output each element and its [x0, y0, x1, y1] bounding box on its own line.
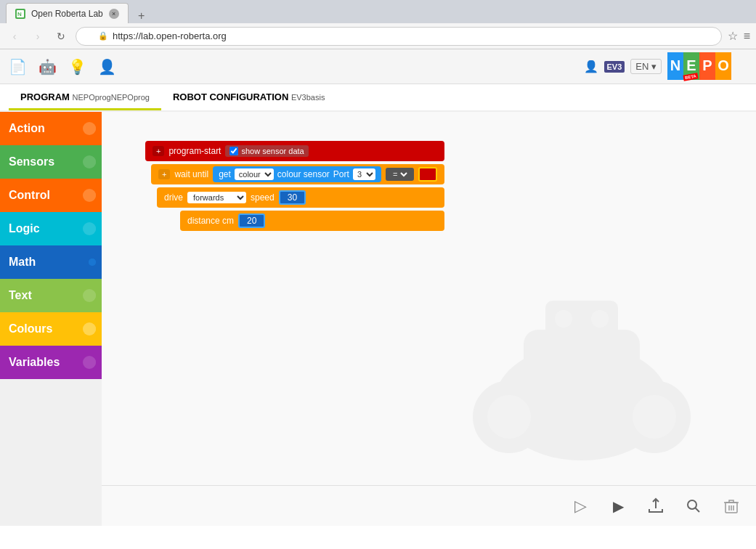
sidebar-text-dot	[84, 290, 96, 301]
port-dropdown[interactable]: 3 1 2 4	[353, 168, 375, 180]
tab-close-button[interactable]: ×	[109, 9, 119, 19]
browser-chrome: N Open Roberta Lab × + ‹ › ↻ 🔒 https://l…	[0, 0, 756, 49]
get-label: get	[219, 169, 231, 179]
play-outline-button[interactable]: ▷	[567, 493, 593, 519]
tab-bar: N Open Roberta Lab × +	[0, 0, 756, 23]
sidebar-item-variables[interactable]: Variables	[0, 346, 102, 379]
forward-button[interactable]: ›	[29, 28, 46, 45]
get-block[interactable]: get colour colour sensor Port 3 1 2 4	[213, 166, 381, 182]
svg-point-7	[633, 395, 676, 439]
sidebar-item-colours[interactable]: Colours	[0, 312, 102, 346]
sidebar-item-logic[interactable]: Logic	[0, 212, 102, 245]
bottom-toolbar: ▷ ▶	[102, 485, 756, 526]
distance-value[interactable]: 20	[238, 214, 265, 228]
tab-favicon: N	[15, 9, 25, 19]
distance-block[interactable]: distance cm 20	[180, 211, 444, 231]
colour-sensor-label: colour sensor	[277, 169, 330, 179]
app-header: 📄 🤖 💡 👤 👤 EV3 EN ▾ N E BETA P O	[0, 49, 756, 84]
address-input[interactable]: 🔒 https://lab.open-roberta.org	[76, 27, 722, 46]
ev3-badge: EV3	[604, 61, 625, 73]
main-layout: Action Sensors Control Logic Math Text C…	[0, 112, 756, 526]
sidebar-colours-dot	[84, 323, 96, 335]
beta-label: BETA	[683, 73, 698, 81]
drive-label: drive	[164, 192, 183, 203]
svg-point-11	[688, 500, 696, 509]
header-icons: 📄 🤖 💡 👤	[9, 58, 584, 76]
sidebar-logic-label: Logic	[9, 222, 40, 235]
sidebar-colours-label: Colours	[9, 322, 52, 336]
delete-button[interactable]	[718, 493, 744, 519]
equals-dropdown[interactable]: = ≠	[390, 169, 410, 179]
sidebar-logic-dot	[84, 223, 96, 235]
equals-block[interactable]: = ≠	[386, 168, 414, 181]
color-value-block[interactable]	[418, 167, 437, 182]
sidebar-text-label: Text	[9, 289, 32, 302]
wait-label: wait until	[174, 169, 208, 179]
program-start-block[interactable]: + program-start show sensor data	[145, 141, 444, 161]
tab-title: Open Roberta Lab	[31, 9, 103, 19]
show-sensor-checkbox[interactable]	[229, 147, 238, 155]
sidebar-item-action[interactable]: Action	[0, 112, 102, 145]
tab-robot-config[interactable]: ROBOT CONFIGURATION EV3basis	[161, 86, 336, 110]
document-icon[interactable]: 📄	[9, 58, 27, 76]
sidebar-control-dot	[84, 190, 96, 201]
svg-point-9	[555, 310, 572, 328]
user-icon[interactable]: 👤	[98, 58, 116, 76]
tab-program[interactable]: PROGRAM NEPOprogNEPOprog	[9, 86, 161, 110]
logo-n: N	[667, 52, 683, 80]
speed-value[interactable]: 30	[279, 190, 306, 205]
sidebar-sensors-dot	[84, 156, 96, 168]
drive-block[interactable]: drive forwards backwards speed 30	[157, 187, 444, 208]
sidebar-action-dot	[84, 123, 96, 134]
wait-until-block[interactable]: + wait until get colour colour sensor Po…	[151, 164, 444, 184]
language-selector[interactable]: EN ▾	[630, 59, 662, 74]
sidebar-variables-label: Variables	[9, 356, 60, 369]
sidebar-math-label: Math	[9, 256, 36, 269]
robot-watermark	[436, 250, 727, 482]
sidebar-control-label: Control	[9, 189, 50, 202]
refresh-button[interactable]: ↻	[52, 28, 70, 45]
program-start-label: program-start	[168, 146, 221, 156]
robot-config-name: EV3basis	[291, 93, 325, 102]
url-text: https://lab.open-roberta.org	[113, 30, 227, 41]
active-tab[interactable]: N Open Roberta Lab ×	[6, 3, 129, 23]
port-label: Port	[333, 169, 349, 179]
sidebar-item-control[interactable]: Control	[0, 179, 102, 212]
sidebar-item-math[interactable]: Math	[0, 245, 102, 279]
sidebar-math-dot	[89, 259, 96, 266]
browser-menu-button[interactable]: ≡	[744, 30, 750, 43]
canvas-area[interactable]: + program-start show sensor data + wait …	[102, 112, 756, 526]
upload-button[interactable]	[643, 493, 669, 519]
wait-plus[interactable]: +	[158, 169, 170, 179]
sidebar-sensors-label: Sensors	[9, 155, 54, 168]
robot-icon[interactable]: 🤖	[38, 58, 57, 76]
checkbox-label: show sensor data	[241, 147, 304, 155]
play-button[interactable]: ▶	[605, 493, 631, 519]
header-right: 👤 EV3 EN ▾ N E BETA P O	[584, 52, 747, 81]
program-name: NEPOprog	[73, 93, 111, 102]
svg-line-12	[696, 508, 700, 512]
sidebar-variables-dot	[84, 357, 96, 368]
sidebar-action-label: Action	[9, 122, 45, 135]
logo-o: O	[715, 52, 731, 80]
blocks-container: + program-start show sensor data + wait …	[145, 141, 444, 231]
distance-label: distance cm	[187, 216, 234, 226]
sidebar-item-sensors[interactable]: Sensors	[0, 145, 102, 179]
logo-e: E BETA	[683, 52, 699, 80]
nepo-logo: N E BETA P O	[667, 52, 747, 81]
speed-label: speed	[251, 192, 275, 203]
svg-point-6	[487, 395, 531, 439]
search-button[interactable]	[680, 493, 707, 519]
sidebar: Action Sensors Control Logic Math Text C…	[0, 112, 102, 526]
bookmark-button[interactable]: ☆	[728, 29, 738, 43]
new-tab-button[interactable]: +	[131, 9, 152, 23]
bulb-icon[interactable]: 💡	[68, 58, 86, 76]
direction-dropdown[interactable]: forwards backwards	[187, 192, 246, 203]
svg-text:N: N	[17, 11, 22, 17]
back-button[interactable]: ‹	[6, 28, 23, 45]
program-start-plus[interactable]: +	[153, 146, 164, 156]
user-profile-icon[interactable]: 👤	[584, 60, 598, 73]
colour-dropdown[interactable]: colour	[235, 168, 274, 180]
sidebar-item-text[interactable]: Text	[0, 279, 102, 312]
nav-tabs: PROGRAM NEPOprogNEPOprog ROBOT CONFIGURA…	[0, 84, 756, 112]
